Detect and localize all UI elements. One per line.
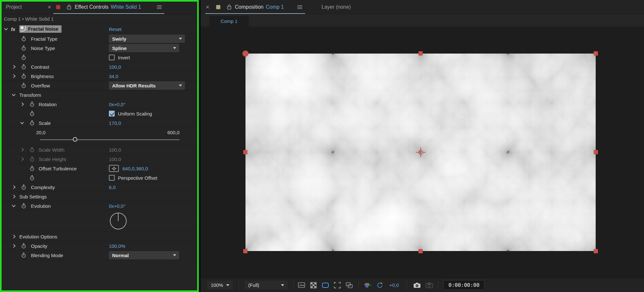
tab-effect-controls-label: Effect Controls	[75, 4, 109, 10]
blending-mode-dropdown[interactable]: Normal	[109, 251, 179, 259]
tab-project[interactable]: Project	[6, 4, 22, 10]
panel-color-chip	[56, 5, 60, 9]
show-snapshot-icon[interactable]	[425, 281, 433, 289]
viewer-tab-comp1[interactable]: Comp 1	[209, 16, 249, 26]
brightness-value[interactable]: 34,0	[109, 74, 118, 79]
row-transform-group: Transform	[0, 90, 199, 100]
overflow-dropdown[interactable]: Allow HDR Results	[109, 81, 185, 90]
show-channel-icon[interactable]	[363, 281, 372, 289]
view-layout-icon[interactable]	[345, 281, 353, 289]
chevron-right-icon[interactable]	[13, 185, 15, 189]
effect-name-selected[interactable]: Fractal Noise	[19, 25, 62, 33]
property-label: Complexity	[31, 185, 55, 190]
scale-width-value: 100,0	[109, 147, 121, 153]
evolution-dial[interactable]	[109, 212, 128, 230]
anchor-point-marker[interactable]	[416, 147, 426, 157]
stopwatch-icon[interactable]	[21, 64, 26, 70]
snapshot-camera-icon[interactable]	[413, 281, 421, 289]
lock-icon[interactable]	[227, 5, 231, 10]
selection-handle[interactable]	[418, 249, 423, 253]
noise-type-dropdown[interactable]: Spline	[109, 44, 179, 52]
mask-visibility-icon[interactable]	[321, 281, 330, 289]
stopwatch-icon[interactable]	[21, 203, 26, 209]
effect-point-button[interactable]	[109, 165, 119, 172]
row-invert: Invert	[0, 53, 199, 62]
rotation-value[interactable]: 0x+0,0°	[109, 102, 125, 107]
evolution-value[interactable]: 0x+0,0°	[109, 203, 125, 209]
group-label[interactable]: Transform	[19, 92, 41, 98]
region-of-interest-icon[interactable]	[333, 281, 341, 289]
close-icon[interactable]: ×	[48, 4, 51, 10]
row-fractal-type: Fractal Type Swirly	[0, 34, 199, 44]
scale-value[interactable]: 170,0	[109, 120, 121, 126]
active-tab-underline	[205, 13, 305, 14]
property-label: Scale Height	[39, 156, 66, 162]
lock-icon[interactable]	[67, 5, 71, 10]
stopwatch-icon[interactable]	[30, 175, 34, 181]
group-label[interactable]: Evolution Options	[19, 234, 57, 239]
selection-handle[interactable]	[243, 249, 247, 253]
composition-viewer[interactable]	[201, 26, 644, 278]
preview-options-icon[interactable]	[297, 281, 306, 289]
tab-effect-controls[interactable]: Effect ControlsWhite Solid 1	[75, 4, 141, 10]
toolbar-separator	[438, 281, 438, 289]
effect-point-marker[interactable]	[242, 50, 249, 57]
contrast-value[interactable]: 100,0	[109, 64, 121, 70]
chevron-right-icon[interactable]	[13, 65, 15, 69]
group-label[interactable]: Sub Settings	[19, 194, 47, 199]
selection-handle[interactable]	[418, 51, 423, 55]
fx-badge[interactable]: fx	[11, 26, 15, 32]
transparency-grid-icon[interactable]	[309, 281, 318, 289]
chevron-right-icon[interactable]	[13, 244, 15, 248]
chevron-down-icon[interactable]	[12, 94, 16, 96]
row-perspective-offset: Perspective Offset	[0, 173, 199, 183]
stopwatch-icon[interactable]	[21, 55, 26, 60]
offset-turbulence-value[interactable]: 640,0,360,0	[122, 166, 148, 171]
stopwatch-icon[interactable]	[21, 83, 26, 88]
stopwatch-icon[interactable]	[30, 101, 34, 107]
reset-exposure-icon[interactable]	[376, 281, 384, 289]
selection-handle[interactable]	[594, 249, 598, 253]
stopwatch-icon[interactable]	[30, 120, 34, 126]
stopwatch-icon[interactable]	[21, 36, 26, 42]
invert-checkbox[interactable]	[109, 55, 115, 60]
reset-button[interactable]: Reset	[109, 26, 121, 32]
opacity-value[interactable]: 100,0%	[109, 243, 125, 249]
close-icon[interactable]: ×	[206, 4, 209, 10]
chevron-right-icon[interactable]	[13, 235, 15, 239]
uniform-scaling-checkbox[interactable]	[109, 111, 115, 116]
composition-frame[interactable]	[245, 54, 596, 251]
panel-menu-icon[interactable]	[297, 5, 302, 9]
chevron-right-icon[interactable]	[13, 74, 15, 78]
panel-menu-icon[interactable]	[157, 5, 162, 9]
zoom-dropdown[interactable]: 100%	[207, 281, 233, 289]
chevron-right-icon[interactable]	[13, 195, 15, 199]
row-evolution-options-group: Evolution Options	[0, 232, 199, 241]
perspective-offset-checkbox[interactable]	[109, 175, 115, 181]
timecode-display[interactable]: 0:00:00:00	[443, 280, 485, 290]
stopwatch-icon[interactable]	[30, 166, 34, 171]
chevron-down-icon[interactable]	[12, 205, 16, 207]
tab-layer[interactable]: Layer (none)	[322, 4, 351, 10]
stopwatch-icon[interactable]	[30, 111, 34, 116]
stopwatch-icon[interactable]	[21, 73, 26, 79]
row-blending-mode: Blending Mode Normal	[0, 251, 199, 260]
slider-track[interactable]	[40, 139, 179, 140]
selection-handle[interactable]	[594, 150, 598, 154]
chevron-down-icon[interactable]	[20, 122, 24, 124]
chevron-down-icon[interactable]	[4, 28, 8, 30]
selection-handle[interactable]	[243, 150, 247, 154]
fractal-type-dropdown[interactable]: Swirly	[109, 35, 185, 43]
stopwatch-icon[interactable]	[21, 243, 26, 249]
resolution-dropdown[interactable]: (Full)	[245, 281, 288, 289]
slider-knob[interactable]	[73, 137, 77, 142]
selection-handle[interactable]	[594, 51, 598, 55]
stopwatch-icon[interactable]	[21, 45, 26, 51]
stopwatch-icon[interactable]	[21, 252, 26, 258]
tab-composition[interactable]: CompositionComp 1	[235, 4, 284, 10]
complexity-value[interactable]: 6,0	[109, 185, 116, 190]
chevron-right-icon[interactable]	[21, 102, 24, 106]
exposure-value[interactable]: +0,0	[389, 282, 399, 288]
stopwatch-icon[interactable]	[21, 184, 26, 190]
row-contrast: Contrast 100,0	[0, 62, 199, 72]
